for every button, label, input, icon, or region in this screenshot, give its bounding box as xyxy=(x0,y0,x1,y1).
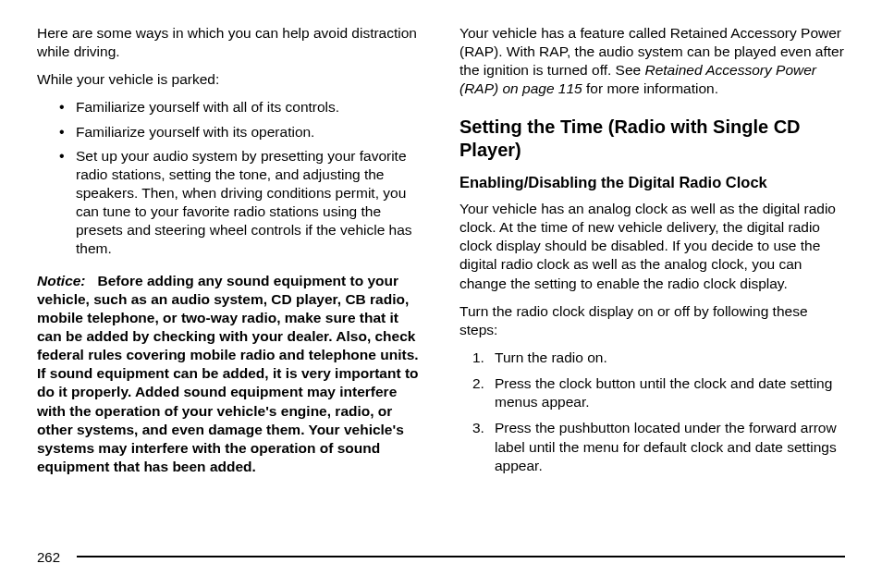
notice-text: Before adding any sound equipment to you… xyxy=(37,273,419,474)
right-column: Your vehicle has a feature called Retain… xyxy=(459,24,845,485)
clock-paragraph-1: Your vehicle has an analog clock as well… xyxy=(459,200,845,293)
rap-paragraph: Your vehicle has a feature called Retain… xyxy=(459,24,845,99)
clock-paragraph-2: Turn the radio clock display on or off b… xyxy=(459,302,845,339)
notice-paragraph: Notice: Before adding any sound equipmen… xyxy=(37,272,423,477)
rap-text-b: for more information. xyxy=(582,80,718,96)
list-item: 3.Press the pushbutton located under the… xyxy=(459,419,845,474)
step-text: Press the clock button until the clock a… xyxy=(495,375,832,410)
steps-list: 1.Turn the radio on. 2.Press the clock b… xyxy=(459,349,845,475)
left-column: Here are some ways in which you can help… xyxy=(37,24,423,485)
section-heading: Setting the Time (Radio with Single CD P… xyxy=(459,116,845,162)
bullet-list: Familiarize yourself with all of its con… xyxy=(37,98,423,258)
list-item: Familiarize yourself with all of its con… xyxy=(37,98,423,116)
page-number: 262 xyxy=(37,548,60,567)
step-text: Press the pushbutton located under the f… xyxy=(495,420,837,472)
list-item: 1.Turn the radio on. xyxy=(459,349,845,367)
intro-paragraph-1: Here are some ways in which you can help… xyxy=(37,24,423,61)
subsection-heading: Enabling/Disabling the Digital Radio Clo… xyxy=(459,173,845,192)
list-item: Familiarize yourself with its operation. xyxy=(37,123,423,141)
list-item: 2.Press the clock button until the clock… xyxy=(459,374,845,411)
list-item: Set up your audio system by presetting y… xyxy=(37,147,423,259)
notice-label: Notice: xyxy=(37,273,86,288)
footer-rule xyxy=(77,556,845,557)
page-content: Here are some ways in which you can help… xyxy=(37,24,845,485)
page-footer: 262 xyxy=(37,548,845,567)
intro-paragraph-2: While your vehicle is parked: xyxy=(37,70,423,89)
step-text: Turn the radio on. xyxy=(495,349,607,365)
